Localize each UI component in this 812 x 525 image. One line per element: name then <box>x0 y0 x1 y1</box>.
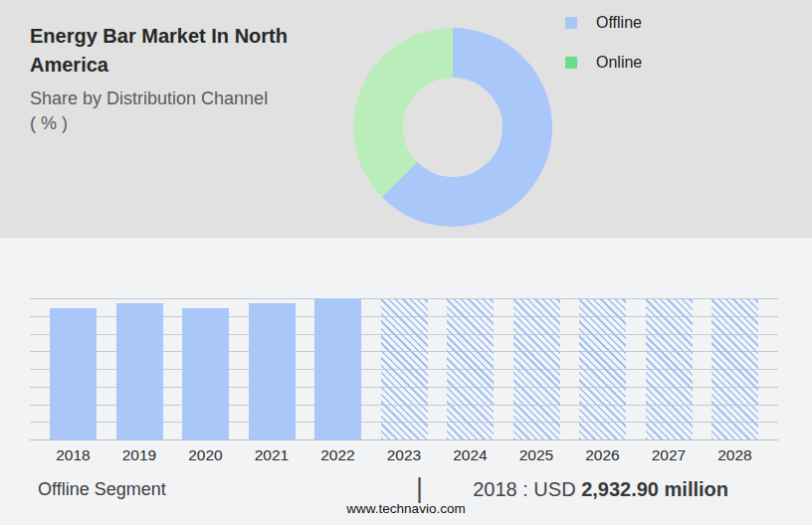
chart-legend: Offline Online <box>565 14 642 93</box>
value-prefix: 2018 : USD <box>473 478 581 500</box>
bar-column-2024: 2024 <box>447 298 494 439</box>
historic-bar <box>50 308 97 439</box>
page-title: Energy Bar Market In North America <box>30 22 358 80</box>
bar-column-2019: 2019 <box>116 303 163 439</box>
bars-row: 2018201920202021202220232024202520262027… <box>30 298 778 439</box>
bar-chart-section: 2018201920202021202220232024202520262027… <box>0 238 812 525</box>
x-axis-label: 2027 <box>637 446 701 464</box>
x-axis-label: 2025 <box>505 446 568 464</box>
historic-bar <box>249 303 296 439</box>
bar-chart-plot: 2018201920202021202220232024202520262027… <box>30 298 778 439</box>
forecast-bar <box>579 298 626 439</box>
x-axis-label: 2019 <box>107 446 171 464</box>
legend-label: Offline <box>596 14 642 32</box>
legend-label: Online <box>596 54 642 72</box>
header-block: Energy Bar Market In North America Share… <box>30 22 358 136</box>
page-subtitle-unit: ( % ) <box>30 111 358 136</box>
x-axis-label: 2026 <box>571 446 635 464</box>
donut-chart <box>353 28 552 227</box>
donut-chart-hole <box>403 78 503 177</box>
legend-item-offline: Offline <box>565 14 642 31</box>
value-amount: 2,932.90 million <box>581 478 728 500</box>
x-axis-label: 2022 <box>306 446 370 464</box>
forecast-bar <box>646 298 693 439</box>
historic-bar <box>116 303 163 439</box>
header-section: Energy Bar Market In North America Share… <box>0 0 812 238</box>
legend-marker-online <box>565 57 577 69</box>
bar-column-2026: 2026 <box>579 298 626 439</box>
legend-marker-offline <box>565 17 577 29</box>
forecast-bar <box>513 298 560 439</box>
website-link[interactable]: www.technavio.com <box>0 501 812 516</box>
bar-column-2021: 2021 <box>249 303 296 439</box>
bar-column-2023: 2023 <box>381 298 428 439</box>
x-axis-label: 2024 <box>439 446 503 464</box>
bar-column-2028: 2028 <box>711 298 758 439</box>
forecast-bar <box>711 298 758 439</box>
separator: | <box>416 473 423 504</box>
forecast-bar <box>381 298 428 439</box>
bar-column-2027: 2027 <box>646 298 693 439</box>
gridline <box>30 439 778 440</box>
bar-column-2025: 2025 <box>513 298 560 439</box>
historic-bar <box>182 308 229 439</box>
forecast-bar <box>447 298 494 439</box>
x-axis-label: 2018 <box>42 446 105 464</box>
page-subtitle: Share by Distribution Channel <box>30 87 299 111</box>
x-axis-label: 2023 <box>372 446 436 464</box>
x-axis-label: 2020 <box>174 446 238 464</box>
segment-value: 2018 : USD 2,932.90 million <box>428 478 728 501</box>
segment-label: Offline Segment <box>38 479 166 500</box>
legend-item-online: Online <box>565 54 642 71</box>
historic-bar <box>314 298 361 439</box>
x-axis-label: 2021 <box>240 446 304 464</box>
bar-column-2022: 2022 <box>314 298 361 439</box>
x-axis-label: 2028 <box>704 446 767 464</box>
bar-column-2018: 2018 <box>50 308 97 439</box>
bar-column-2020: 2020 <box>182 308 229 439</box>
